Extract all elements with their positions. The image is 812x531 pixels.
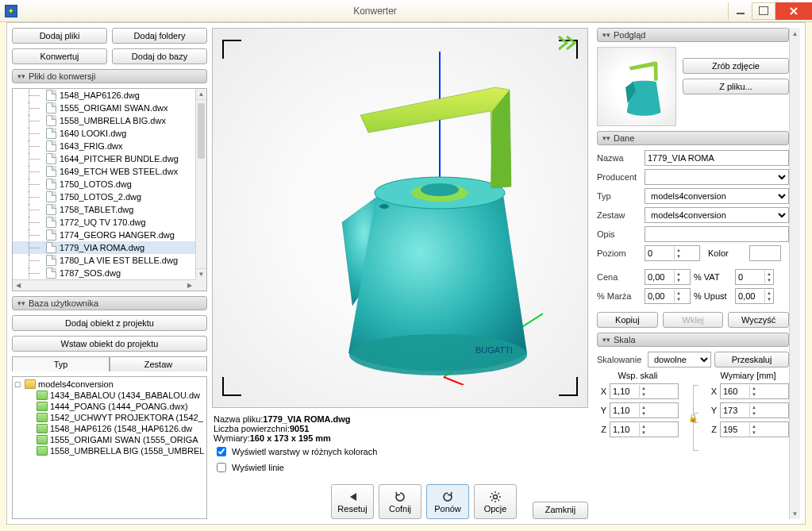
chk-layers-input[interactable] — [217, 447, 226, 456]
add-to-db-button[interactable]: Dodaj do bazy — [112, 48, 207, 64]
window-minimize-button[interactable] — [728, 2, 752, 20]
input-margin[interactable] — [645, 290, 674, 302]
right-scrollbar[interactable]: ▲▼ — [789, 28, 800, 519]
clear-button[interactable]: Wyczyść — [728, 312, 789, 328]
file-row[interactable]: 1649_ETCH WEB STEEL.dwx — [13, 165, 195, 178]
file-row[interactable]: 1780_LA VIE EST BELLE.dwg — [13, 254, 195, 267]
files-scrollbar-h[interactable]: ◀▶ — [13, 279, 195, 291]
copy-button[interactable]: Kopiuj — [597, 312, 658, 328]
preview-panel-header[interactable]: ▾▾ Podgląd — [597, 28, 789, 42]
tree-item[interactable]: 1444_POANG (1444_POANG.dwx) — [14, 401, 205, 412]
crop-corner-icon — [222, 377, 241, 396]
files-list[interactable]: 1548_HAP6126.dwg1555_ORIGAMI SWAN.dwx155… — [12, 88, 207, 291]
files-panel-header[interactable]: ▾▾ Pliki do konwersji — [12, 69, 207, 83]
lock-aspect[interactable]: 🔒 — [688, 385, 698, 451]
tree-item[interactable]: 1542_UCHWYT PROJEKTORA (1542_ — [14, 412, 205, 423]
tab-type[interactable]: Typ — [12, 356, 110, 371]
file-row[interactable]: 1750_LOTOS.dwg — [13, 178, 195, 190]
file-row[interactable]: 1772_UQ TV 170.dwg — [13, 216, 195, 229]
chk-lines[interactable]: Wyświetl linie — [214, 460, 587, 475]
input-price[interactable] — [645, 271, 674, 283]
select-set[interactable]: models4conversion — [645, 207, 789, 223]
insert-object-into-project-button[interactable]: Wstaw obiekt do projektu — [12, 336, 207, 352]
spin-price[interactable]: ▲▼ — [645, 269, 691, 285]
spin-mx[interactable]: ▲▼ — [720, 383, 789, 399]
file-row[interactable]: 1643_FRIG.dwx — [13, 140, 195, 152]
add-files-button[interactable]: Dodaj pliki — [12, 28, 107, 44]
file-icon — [46, 115, 56, 126]
file-row[interactable]: 1555_ORIGAMI SWAN.dwx — [13, 102, 195, 114]
input-mx[interactable] — [721, 385, 749, 398]
tree-item[interactable]: 1548_HAP6126 (1548_HAP6126.dw — [14, 423, 205, 434]
input-sz[interactable] — [610, 423, 639, 436]
from-file-button[interactable]: Z pliku... — [683, 79, 789, 94]
file-icon — [46, 204, 56, 215]
next-arrow-icon[interactable] — [557, 35, 579, 52]
tab-set[interactable]: Zestaw — [110, 356, 207, 371]
chk-layers[interactable]: Wyświetl warstwy w różnych kolorach — [214, 444, 587, 459]
input-discount[interactable] — [736, 290, 764, 302]
file-row[interactable]: 1779_VIA ROMA.dwg — [13, 241, 195, 254]
options-button[interactable]: Opcje — [474, 484, 517, 519]
spin-margin[interactable]: ▲▼ — [645, 288, 691, 304]
scale-panel-header[interactable]: ▾▾ Skala — [597, 333, 789, 347]
reset-button[interactable]: Resetuj — [331, 484, 374, 519]
data-panel-header[interactable]: ▾▾ Dane — [597, 131, 789, 145]
window-close-button[interactable] — [775, 2, 812, 20]
undo-label: Cofnij — [389, 504, 411, 514]
spin-sz[interactable]: ▲▼ — [610, 421, 679, 437]
redo-button[interactable]: Ponów — [426, 484, 469, 519]
spin-mz[interactable]: ▲▼ — [720, 421, 789, 437]
spin-level[interactable]: ▲▼ — [645, 245, 700, 261]
input-sy[interactable] — [610, 404, 639, 417]
file-row[interactable]: 1558_UMBRELLA BIG.dwx — [13, 114, 195, 127]
input-mz[interactable] — [721, 423, 749, 436]
viewport-3d[interactable]: BUGATTI — [212, 28, 588, 408]
scale-factor-header: Wsp. skali — [597, 371, 679, 380]
data-panel-title: Dane — [614, 133, 634, 143]
window-maximize-button[interactable] — [752, 2, 775, 20]
tree-item[interactable]: 1555_ORIGAMI SWAN (1555_ORIGA — [14, 434, 205, 445]
paste-button[interactable]: Wklej — [663, 312, 724, 328]
file-row[interactable]: 1548_HAP6126.dwg — [13, 89, 195, 102]
files-scrollbar-v[interactable]: ▲▼ — [195, 89, 206, 279]
spin-discount[interactable]: ▲▼ — [735, 288, 774, 304]
input-sx[interactable] — [610, 385, 639, 398]
add-folders-button[interactable]: Dodaj foldery — [112, 28, 207, 44]
color-swatch[interactable] — [749, 245, 781, 261]
input-my[interactable] — [721, 404, 749, 417]
input-level[interactable] — [645, 247, 674, 260]
rescale-button[interactable]: Przeskaluj — [714, 352, 789, 367]
input-name[interactable] — [645, 150, 789, 166]
spin-my[interactable]: ▲▼ — [720, 402, 789, 418]
close-button[interactable]: Zamknij — [533, 502, 588, 519]
tree-item[interactable]: 1558_UMBRELLA BIG (1558_UMBREL — [14, 445, 205, 456]
input-vat[interactable] — [736, 271, 764, 283]
file-row[interactable]: 1758_TABLET.dwg — [13, 203, 195, 216]
file-row[interactable]: 1644_PITCHER BUNDLE.dwg — [13, 152, 195, 165]
input-desc[interactable] — [645, 226, 789, 242]
add-object-from-project-button[interactable]: Dodaj obiekt z projektu — [12, 315, 207, 331]
userdb-panel-header[interactable]: ▾▾ Baza użytkownika — [12, 296, 207, 310]
spin-vat[interactable]: ▲▼ — [735, 269, 774, 285]
file-row[interactable]: 1750_LOTOS_2.dwg — [13, 190, 195, 203]
spin-sy[interactable]: ▲▼ — [610, 402, 679, 418]
chk-lines-input[interactable] — [217, 463, 226, 472]
file-row[interactable]: 1787_SOS.dwg — [13, 267, 195, 279]
select-type[interactable]: models4conversion — [645, 188, 789, 204]
file-row[interactable]: 1774_GEORG HANGER.dwg — [13, 229, 195, 241]
undo-button[interactable]: Cofnij — [379, 484, 421, 519]
userdb-tree[interactable]: ▢models4conversion1434_BABALOU (1434_BAB… — [12, 376, 207, 519]
tree-item[interactable]: 1434_BABALOU (1434_BABALOU.dw — [14, 390, 205, 401]
convert-button[interactable]: Konwertuj — [12, 48, 107, 64]
file-row-label: 1750_LOTOS.dwg — [60, 179, 132, 189]
file-row[interactable]: 1640 LOOKI.dwg — [13, 127, 195, 140]
spin-sx[interactable]: ▲▼ — [610, 383, 679, 399]
take-photo-button[interactable]: Zrób zdjęcie — [683, 58, 789, 74]
select-scaling[interactable]: dowolne — [648, 352, 711, 367]
select-producer[interactable] — [645, 169, 789, 185]
tree-root[interactable]: ▢models4conversion — [14, 379, 205, 390]
lbl-producer: Producent — [597, 172, 641, 182]
preview-thumbnail — [597, 47, 676, 126]
lbl-mz: Z — [707, 425, 717, 434]
